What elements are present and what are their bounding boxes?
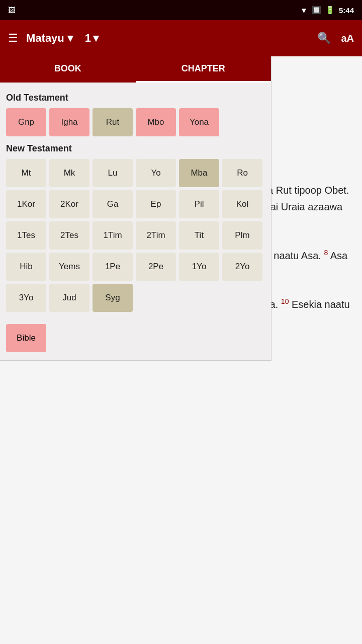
- tab-book[interactable]: BOOK: [0, 56, 136, 83]
- book-btn-mbo[interactable]: Mbo: [136, 108, 176, 136]
- book-btn-yo[interactable]: Yo: [136, 159, 176, 187]
- time-display: 5:44: [339, 6, 354, 15]
- search-icon[interactable]: 🔍: [317, 32, 331, 45]
- book-btn-1kor[interactable]: 1Kor: [6, 190, 46, 218]
- font-size-icon[interactable]: aA: [341, 33, 354, 44]
- book-btn-mk[interactable]: Mk: [49, 159, 89, 187]
- status-bar-right: ▼ 🔲 🔋 5:44: [300, 6, 354, 15]
- book-btn-gnp[interactable]: Gnp: [6, 108, 46, 136]
- book-title-button[interactable]: Matayu ▾: [26, 32, 73, 45]
- ref-8: 8: [324, 249, 328, 257]
- nav-bar: ☰ Matayu ▾ 1 ▾ 🔍 aA: [0, 20, 362, 56]
- book-btn-1yo[interactable]: 1Yo: [179, 253, 219, 281]
- book-btn-2tes[interactable]: 2Tes: [49, 221, 89, 250]
- book-btn-jud[interactable]: Jud: [49, 284, 89, 312]
- book-btn-3yo[interactable]: 3Yo: [6, 284, 46, 312]
- chapter-num-label: 1: [85, 32, 91, 45]
- status-bar-left: 🖼: [8, 6, 15, 14]
- ref-10: 10: [281, 297, 289, 305]
- menu-icon[interactable]: ☰: [8, 32, 18, 45]
- book-btn-hib[interactable]: Hib: [6, 253, 46, 281]
- book-btn-syg[interactable]: Syg: [93, 284, 133, 312]
- old-testament-title: Old Testament: [6, 93, 265, 103]
- sim-icon: 🔲: [312, 6, 321, 15]
- chapter-dropdown-icon: ▾: [93, 32, 99, 45]
- status-bar: 🖼 ▼ 🔲 🔋 5:44: [0, 0, 362, 20]
- bible-button[interactable]: Bible: [6, 324, 46, 352]
- book-btn-rut[interactable]: Rut: [93, 108, 133, 136]
- book-btn-yems[interactable]: Yems: [49, 253, 89, 281]
- book-btn-lu[interactable]: Lu: [93, 159, 133, 187]
- book-btn-plm[interactable]: Plm: [222, 221, 262, 250]
- new-testament-grid: Mt Mk Lu Yo Mba Ro 1Kor 2Kor Ga Ep Pil K…: [6, 159, 265, 312]
- book-btn-ro[interactable]: Ro: [222, 159, 262, 187]
- book-btn-igha[interactable]: Igha: [49, 108, 89, 136]
- wifi-icon: ▼: [300, 6, 308, 15]
- book-btn-mba[interactable]: Mba: [179, 159, 219, 187]
- tab-chapter[interactable]: CHAPTER: [136, 56, 272, 83]
- battery-icon: 🔋: [325, 6, 335, 15]
- tabs-row: BOOK CHAPTER: [0, 56, 271, 83]
- book-btn-ga[interactable]: Ga: [93, 190, 133, 218]
- nav-icons: 🔍 aA: [317, 32, 354, 45]
- book-btn-mt[interactable]: Mt: [6, 159, 46, 187]
- book-btn-1pe[interactable]: 1Pe: [93, 253, 133, 281]
- book-btn-tit[interactable]: Tit: [179, 221, 219, 250]
- book-btn-pil[interactable]: Pil: [179, 190, 219, 218]
- new-testament-title: New Testament: [6, 143, 265, 154]
- book-btn-2pe[interactable]: 2Pe: [136, 253, 176, 281]
- chapter-num-button[interactable]: 1 ▾: [85, 32, 99, 45]
- book-btn-2kor[interactable]: 2Kor: [49, 190, 89, 218]
- book-btn-1tes[interactable]: 1Tes: [6, 221, 46, 250]
- photo-icon: 🖼: [8, 6, 15, 14]
- book-title-label: Matayu: [26, 32, 64, 45]
- book-btn-ep[interactable]: Ep: [136, 190, 176, 218]
- book-btn-kol[interactable]: Kol: [222, 190, 262, 218]
- dropdown-panel: BOOK CHAPTER Old Testament Gnp Igha Rut …: [0, 56, 272, 361]
- books-content: Old Testament Gnp Igha Rut Mbo Yona New …: [0, 83, 271, 360]
- book-btn-yona[interactable]: Yona: [179, 108, 219, 136]
- book-dropdown-icon: ▾: [67, 32, 73, 45]
- book-btn-2tim[interactable]: 2Tim: [136, 221, 176, 250]
- book-btn-2yo[interactable]: 2Yo: [222, 253, 262, 281]
- book-btn-1tim[interactable]: 1Tim: [93, 221, 133, 250]
- old-testament-grid: Gnp Igha Rut Mbo Yona: [6, 108, 265, 136]
